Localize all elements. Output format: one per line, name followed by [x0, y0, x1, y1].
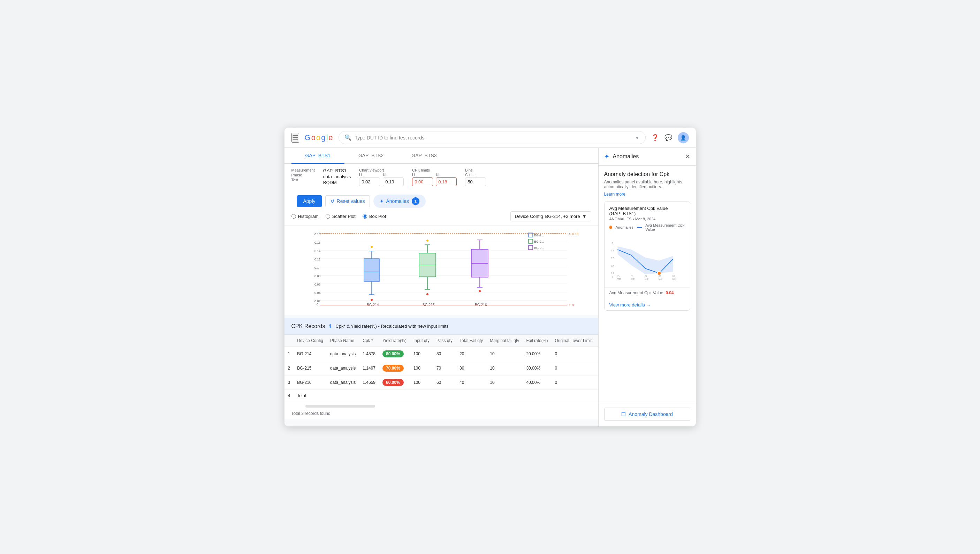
- avg-value-label: Avg Measurement Cpk Value:: [609, 290, 665, 295]
- search-bar[interactable]: 🔍 ▼: [339, 131, 646, 144]
- box-plot-label: Box Plot: [369, 214, 386, 219]
- anomaly-value-row: Avg Measurement Cpk Value: 0.04: [605, 287, 690, 299]
- ll2-group: LL: [412, 173, 433, 186]
- anomaly-description: Anomalies panel available here, highligh…: [604, 180, 690, 189]
- avg-legend-label: Avg Measurement Cpk Value: [645, 223, 685, 231]
- row2-total-fail: 30: [456, 361, 486, 376]
- anomaly-dashboard-label: Anomaly Dashboard: [628, 411, 673, 417]
- anomaly-legend-dot: [609, 226, 612, 229]
- scatter-plot-radio-label[interactable]: Scatter Plot: [326, 214, 356, 219]
- ul-input[interactable]: [383, 177, 404, 186]
- col-pass: Pass qty: [433, 335, 456, 347]
- cpk-info-icon: ℹ: [329, 323, 331, 330]
- count-input[interactable]: [465, 177, 486, 186]
- svg-text:0.12: 0.12: [315, 258, 321, 261]
- row3-device: BG-216: [294, 376, 327, 390]
- row3-orig-ll: 0: [551, 376, 595, 390]
- reset-button[interactable]: ↺ Reset values: [325, 195, 370, 207]
- box-plot-radio[interactable]: [363, 214, 367, 219]
- row1-phase: data_analysis: [327, 347, 359, 361]
- avg-value: 0.04: [665, 290, 673, 295]
- svg-text:0.1: 0.1: [315, 266, 319, 269]
- row1-orig-ll: 0: [551, 347, 595, 361]
- chat-icon[interactable]: 💬: [665, 134, 672, 142]
- row1-yield-badge: 80.00%: [382, 350, 404, 357]
- anomaly-card-title: Avg Measurement Cpk Value (GAP_BTS1): [609, 206, 685, 216]
- ll-label: LL: [359, 173, 380, 177]
- row2-marginal-fail: 10: [486, 361, 523, 376]
- count-label: Count: [465, 173, 486, 177]
- row2-pass: 70: [433, 361, 456, 376]
- box-plot-radio-label[interactable]: Box Plot: [363, 214, 386, 219]
- cpk-table-wrapper[interactable]: Device Config Phase Name Cpk * Yield rat…: [285, 335, 598, 402]
- col-total-fail: Total Fail qty: [456, 335, 486, 347]
- row3-marginal-fail: 10: [486, 376, 523, 390]
- row2-orig-ll: 0: [551, 361, 595, 376]
- tabs-bar: GAP_BTS1 GAP_BTS2 GAP_BTS3: [285, 148, 598, 164]
- ul2-label: UL: [436, 173, 457, 177]
- histogram-radio-label[interactable]: Histogram: [291, 214, 319, 219]
- anomaly-dashboard-icon: ❐: [621, 411, 626, 417]
- row4-device: Total: [294, 390, 327, 402]
- svg-text:BG-2...: BG-2...: [534, 240, 544, 244]
- anomaly-card-header: Avg Measurement Cpk Value (GAP_BTS1) ANO…: [605, 202, 690, 236]
- col-marginal-fail: Marginal fail qty: [486, 335, 523, 347]
- bins-label: Bins: [465, 168, 486, 172]
- y-axis: 0.18 0.16 0.14 0.12 0.1 0.08 0.06 0.04 0…: [315, 232, 321, 306]
- row2-device: BG-215: [294, 361, 327, 376]
- row2-yield-badge: 70.00%: [382, 365, 404, 372]
- anomalies-button[interactable]: ✦ Anomalies 1: [373, 194, 425, 208]
- ul2-input[interactable]: [436, 177, 457, 186]
- ll-input[interactable]: [359, 177, 380, 186]
- panel-close-button[interactable]: ✕: [685, 153, 690, 160]
- row4-num: 4: [285, 390, 294, 402]
- content-area: GAP_BTS1 GAP_BTS2 GAP_BTS3 Measurement P…: [285, 148, 598, 427]
- box-bg216: BG-216: [471, 240, 488, 307]
- anomalies-sparkle-icon: ✦: [380, 198, 384, 204]
- svg-point-25: [371, 299, 373, 301]
- ul-label: UL 0.18: [568, 232, 578, 236]
- learn-more-link[interactable]: Learn more: [604, 192, 625, 197]
- svg-point-42: [479, 290, 481, 292]
- row2-num: 2: [285, 361, 294, 376]
- table-scrollbar[interactable]: [305, 405, 375, 408]
- tab-gap-bts3[interactable]: GAP_BTS3: [398, 148, 450, 164]
- browser-window: ☰ Google 🔍 ▼ ❓ 💬 👤 GAP_BTS1 GAP_BTS2 GAP…: [285, 127, 696, 427]
- scatter-plot-radio[interactable]: [326, 214, 330, 219]
- row2-orig-ul: 0.185: [595, 361, 598, 376]
- help-icon[interactable]: ❓: [651, 134, 659, 142]
- row2-fail-rate: 30.00%: [523, 361, 551, 376]
- col-input: Input qty: [410, 335, 433, 347]
- cpk-limits-label: CPK limits: [412, 168, 457, 172]
- phase-label: Phase: [291, 173, 315, 177]
- anomaly-dashboard-button[interactable]: ❐ Anomaly Dashboard: [604, 408, 690, 421]
- row1-marginal-fail: 10: [486, 347, 523, 361]
- hamburger-icon[interactable]: ☰: [291, 133, 299, 143]
- cpk-table-header: Device Config Phase Name Cpk * Yield rat…: [285, 335, 598, 347]
- svg-text:Mar: Mar: [659, 277, 662, 280]
- ul-group: UL: [383, 173, 404, 186]
- cpk-records: CPK Records ℹ Cpk* & Yield rate(%) - Rec…: [285, 318, 598, 419]
- svg-text:BG-2...: BG-2...: [534, 234, 544, 237]
- ll2-label: LL: [412, 173, 433, 177]
- search-input[interactable]: [355, 135, 632, 140]
- anomaly-detection-title: Anomaly detection for Cpk: [604, 171, 690, 177]
- apply-button[interactable]: Apply: [297, 195, 322, 207]
- svg-text:Mar: Mar: [672, 277, 676, 280]
- svg-rect-20: [364, 259, 379, 281]
- view-more-button[interactable]: View more details →: [605, 299, 656, 310]
- histogram-radio[interactable]: [291, 214, 296, 219]
- ll-label: LL 0: [568, 303, 573, 307]
- row2-phase: data_analysis: [327, 361, 359, 376]
- tab-gap-bts2[interactable]: GAP_BTS2: [344, 148, 398, 164]
- google-logo: Google: [305, 133, 333, 142]
- ll2-input[interactable]: [412, 177, 433, 186]
- panel-footer: ❐ Anomaly Dashboard: [598, 402, 696, 427]
- device-config-dropdown[interactable]: Device Config BG-214, +2 more ▼: [511, 211, 591, 221]
- svg-text:0.2: 0.2: [611, 272, 614, 275]
- svg-text:BG-2...: BG-2...: [534, 246, 544, 250]
- avatar[interactable]: 👤: [678, 132, 689, 143]
- svg-rect-46: [528, 239, 533, 244]
- col-yield: Yield rate(%): [379, 335, 410, 347]
- tab-gap-bts1[interactable]: GAP_BTS1: [291, 148, 344, 164]
